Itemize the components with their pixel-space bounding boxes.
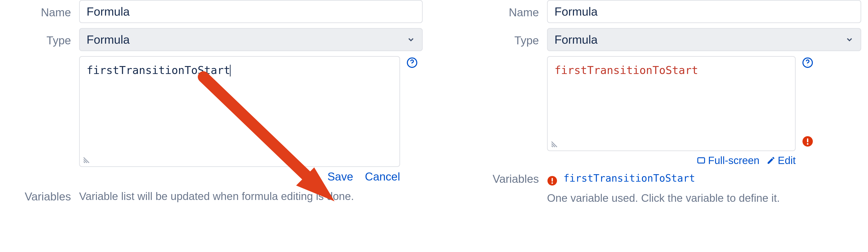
name-input[interactable] [79, 0, 423, 23]
svg-point-7 [807, 143, 808, 145]
warning-icon[interactable] [802, 136, 813, 147]
fullscreen-icon [697, 156, 706, 165]
svg-point-11 [552, 182, 553, 184]
variables-hint: Variable list will be updated when formu… [79, 190, 354, 202]
type-select-value: Formula [87, 33, 130, 46]
type-select-value: Formula [555, 33, 598, 46]
chevron-down-icon [845, 35, 854, 44]
cancel-button[interactable]: Cancel [365, 170, 400, 183]
formula-text: firstTransitionToStart [87, 64, 230, 77]
svg-point-1 [412, 65, 412, 65]
variables-label: Variables [9, 190, 79, 203]
help-icon[interactable] [406, 57, 418, 68]
fullscreen-label: Full-screen [708, 154, 760, 167]
save-button[interactable]: Save [327, 170, 353, 183]
warning-icon [547, 175, 557, 186]
help-icon[interactable] [802, 57, 813, 68]
svg-point-4 [807, 65, 808, 65]
variable-link[interactable]: firstTransitionToStart [563, 172, 695, 184]
svg-rect-6 [807, 138, 808, 142]
variables-label: Variables [477, 172, 547, 186]
name-label: Name [9, 0, 79, 19]
formula-textarea[interactable]: firstTransitionToStart [79, 56, 400, 167]
text-caret [230, 65, 230, 77]
type-select[interactable]: Formula [79, 28, 423, 51]
type-select[interactable]: Formula [547, 28, 861, 51]
type-label: Type [9, 28, 79, 47]
name-input[interactable] [547, 0, 861, 23]
chevron-down-icon [407, 35, 415, 44]
formula-display: firstTransitionToStart [547, 56, 796, 151]
svg-rect-8 [698, 158, 705, 163]
resize-grip-icon[interactable] [82, 156, 90, 164]
variables-hint: One variable used. Click the variable to… [547, 192, 861, 204]
svg-rect-10 [552, 178, 553, 181]
formula-text: firstTransitionToStart [555, 64, 698, 77]
type-label: Type [477, 28, 547, 47]
resize-grip-icon [550, 140, 558, 148]
name-label: Name [477, 0, 547, 19]
pencil-icon [767, 156, 776, 165]
edit-label: Edit [778, 154, 796, 167]
fullscreen-button[interactable]: Full-screen [697, 154, 760, 167]
edit-button[interactable]: Edit [767, 154, 796, 167]
